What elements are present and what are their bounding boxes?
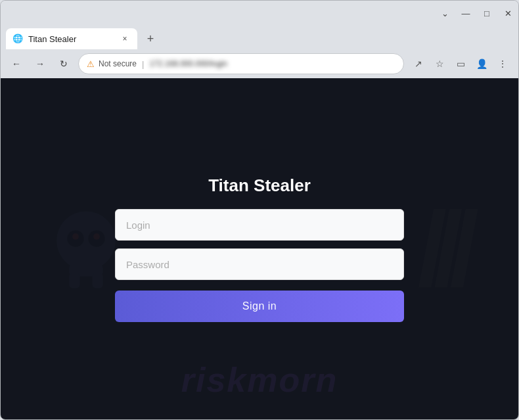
active-tab[interactable]: 🌐 Titan Stealer × — [6, 28, 137, 49]
profile-icon[interactable]: 👤 — [472, 55, 491, 73]
svg-point-4 — [67, 230, 84, 247]
tab-close-button[interactable]: × — [119, 33, 131, 45]
login-input[interactable] — [115, 209, 404, 241]
tab-title: Titan Stealer — [28, 34, 114, 44]
login-form: Titan Stealer Sign in — [115, 175, 404, 322]
svg-point-6 — [72, 233, 79, 240]
close-button[interactable]: ✕ — [503, 8, 513, 18]
address-bar: ← → ↻ ⚠ Not secure | 172.168.000.000/log… — [1, 49, 518, 78]
menu-icon[interactable]: ⋮ — [493, 55, 512, 73]
slash-watermark: /// — [418, 189, 466, 310]
address-input-wrap[interactable]: ⚠ Not secure | 172.168.000.000/login — [78, 53, 404, 74]
svg-rect-3 — [93, 273, 103, 287]
svg-point-5 — [88, 230, 105, 247]
tabs-bar: 🌐 Titan Stealer × + — [1, 26, 518, 49]
not-secure-icon: ⚠ — [87, 59, 95, 69]
share-icon[interactable]: ↗ — [409, 55, 428, 73]
bookmark-icon[interactable]: ☆ — [430, 55, 449, 73]
svg-rect-2 — [69, 273, 79, 287]
sidebar-icon[interactable]: ▭ — [451, 55, 470, 73]
reload-button[interactable]: ↻ — [55, 55, 73, 73]
address-url: 172.168.000.000/login — [149, 59, 395, 68]
new-tab-button[interactable]: + — [141, 30, 160, 48]
window-controls: ⌄ — □ ✕ — [440, 1, 513, 26]
svg-rect-1 — [69, 264, 102, 276]
minimize-button[interactable]: — — [461, 8, 471, 18]
forward-button[interactable]: → — [31, 55, 49, 73]
chevron-down-icon[interactable]: ⌄ — [440, 8, 450, 18]
back-button[interactable]: ← — [7, 55, 26, 73]
title-bar: ⌄ — □ ✕ — [1, 1, 518, 26]
page-title: Titan Stealer — [208, 175, 311, 196]
address-actions: ↗ ☆ ▭ 👤 ⋮ — [409, 55, 512, 73]
svg-point-0 — [56, 211, 116, 270]
not-secure-label: Not secure — [99, 59, 137, 68]
maximize-button[interactable]: □ — [482, 8, 492, 18]
browser-window: ⌄ — □ ✕ 🌐 Titan Stealer × + ← → ↻ ⚠ Not … — [0, 0, 519, 420]
tab-favicon-icon: 🌐 — [12, 34, 23, 44]
webpage: /// riskmorn Titan Stealer Sign in — [1, 78, 518, 419]
address-separator: | — [142, 59, 144, 69]
sign-in-button[interactable]: Sign in — [115, 291, 404, 322]
svg-point-7 — [93, 233, 100, 240]
password-input[interactable] — [115, 248, 404, 280]
text-watermark: riskmorn — [1, 360, 518, 400]
